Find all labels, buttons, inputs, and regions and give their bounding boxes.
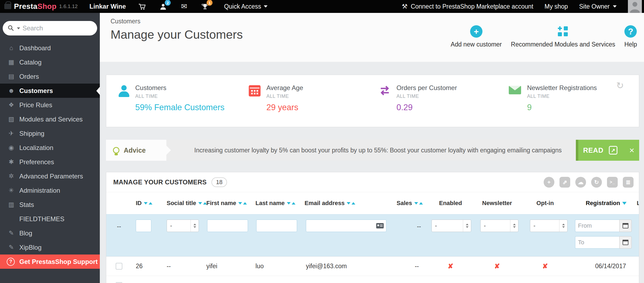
column-header-email[interactable]: Email address xyxy=(301,200,393,207)
brand-logo[interactable]: PrestaShop xyxy=(14,2,57,11)
marketplace-link[interactable]: ⚒Connect to PrestaShop Marketplace accou… xyxy=(402,3,533,10)
my-shop-link[interactable]: My shop xyxy=(544,3,568,10)
address-card-icon[interactable] xyxy=(376,223,384,228)
select-stepper-icon xyxy=(510,220,518,232)
brand-presta: Presta xyxy=(14,2,37,10)
add-customer-icon[interactable]: + xyxy=(544,177,554,188)
page-body: Customers ALL TIME 59% Female Customers … xyxy=(100,62,644,283)
column-header-optin: Opt-in xyxy=(521,200,570,207)
messages-icon[interactable]: ✉ xyxy=(180,2,189,11)
search-scope-caret-icon[interactable] xyxy=(17,27,20,29)
close-advice-icon[interactable]: × xyxy=(629,146,634,155)
last-name-filter-input[interactable] xyxy=(256,220,297,232)
avatar[interactable] xyxy=(628,0,642,13)
kpi-value: 29 years xyxy=(266,103,303,112)
column-header-id[interactable]: ID xyxy=(132,200,163,207)
sidebar-item-administration[interactable]: ✳Administration xyxy=(0,183,100,198)
main-content: Customers Manage your Customers + Add ne… xyxy=(100,13,644,283)
enabled-cross-icon[interactable]: ✘ xyxy=(427,262,474,270)
first-name-filter-input[interactable] xyxy=(207,220,248,232)
optin-filter-select[interactable]: - xyxy=(530,220,568,232)
table-row[interactable]: 26 -- yifei luo yifei@163.com -- ✘ ✘ ✘ 0… xyxy=(106,256,639,276)
column-header-last-name[interactable]: Last name xyxy=(251,200,301,207)
export-icon[interactable]: ⇗ xyxy=(559,177,570,188)
envelope-icon xyxy=(509,86,521,94)
sort-icon[interactable] xyxy=(622,202,627,205)
column-header-social-title[interactable]: Social title xyxy=(163,200,202,207)
read-button[interactable]: READ ↗ × xyxy=(576,140,639,161)
kpi-panel: Customers ALL TIME 59% Female Customers … xyxy=(106,75,639,127)
sidebar-item-price-rules[interactable]: ❖Price Rules xyxy=(0,98,100,112)
user-menu[interactable]: Site Owner xyxy=(579,3,617,10)
sidebar-item-blog[interactable]: ✎Blog xyxy=(0,226,100,240)
import-cloud-icon[interactable]: ☁ xyxy=(575,177,586,188)
filter-none: -- xyxy=(106,214,132,230)
table-header-row: ID Social title First name Last name Ema… xyxy=(106,192,639,214)
sidebar-item-shipping[interactable]: ✈Shipping xyxy=(0,126,100,141)
kpi-period: ALL TIME xyxy=(397,94,457,99)
column-header-registration[interactable]: Registration xyxy=(570,200,635,207)
topbar-right: ⚒Connect to PrestaShop Marketplace accou… xyxy=(402,0,644,13)
sidebar-item-support[interactable]: ?Get PrestasShop Support xyxy=(0,255,100,269)
sidebar-item-modules[interactable]: ▧Modules and Services xyxy=(0,112,100,126)
add-new-customer-button[interactable]: + Add new customer xyxy=(451,25,502,48)
column-header-sales[interactable]: Sales xyxy=(393,200,427,207)
search-input[interactable] xyxy=(23,24,92,32)
quick-access-menu[interactable]: Quick Access xyxy=(224,3,268,10)
advice-label: Advice xyxy=(124,146,146,154)
table-row[interactable] xyxy=(106,276,639,283)
social-title-filter-select[interactable]: - xyxy=(167,220,199,232)
sidebar-item-localization[interactable]: ◉Localization xyxy=(0,141,100,155)
optin-cross-icon[interactable]: ✘ xyxy=(521,262,570,270)
sort-icon[interactable] xyxy=(238,202,247,205)
calendar-picker-icon[interactable] xyxy=(619,220,632,232)
topbar-left: PrestaShop 1.6.1.12 Linkar Wine 2 ✉ 1 Qu… xyxy=(0,2,268,11)
id-filter-input[interactable] xyxy=(136,220,151,232)
sql-query-icon[interactable]: >_ xyxy=(607,177,618,188)
xipblog-icon: ✎ xyxy=(6,244,17,251)
column-header-enabled: Enabled xyxy=(427,200,474,207)
kpi-refresh-icon[interactable]: ↻ xyxy=(616,81,624,90)
sidebar-item-preferences[interactable]: ✱Preferences xyxy=(0,155,100,169)
newsletter-cross-icon[interactable]: ✘ xyxy=(474,262,521,270)
email-filter-input[interactable] xyxy=(306,220,386,232)
sidebar-item-orders[interactable]: ▤Orders xyxy=(0,69,100,84)
exchange-arrows-icon xyxy=(379,85,391,127)
sort-icon[interactable] xyxy=(287,202,295,205)
breadcrumb[interactable]: Customers xyxy=(111,13,140,25)
advice-banner: Advice Increasing customer loyalty by 5%… xyxy=(106,140,639,161)
recommended-modules-button[interactable]: Recommended Modules and Services xyxy=(511,25,615,48)
sidebar-item-catalog[interactable]: ▦Catalog xyxy=(0,55,100,69)
column-header-first-name[interactable]: First name xyxy=(202,200,251,207)
sidebar-item-advanced-parameters[interactable]: ✲Advanced Parameters xyxy=(0,169,100,183)
customers-notifications-icon[interactable]: 2 xyxy=(159,2,168,11)
sidebar-item-fieldthemes[interactable]: FIELDTHEMES xyxy=(0,212,100,226)
registration-from-input[interactable] xyxy=(575,220,619,232)
sort-icon[interactable] xyxy=(144,202,152,205)
refresh-list-icon[interactable]: ↻ xyxy=(591,177,602,188)
cart-icon[interactable] xyxy=(138,2,147,11)
sidebar-item-dashboard[interactable]: ⌂Dashboard xyxy=(0,41,100,55)
row-checkbox-cell xyxy=(106,263,132,270)
page-header: Customers Manage your Customers + Add ne… xyxy=(100,13,644,62)
sort-icon[interactable] xyxy=(347,202,355,205)
achievements-trophy-icon[interactable]: 1 xyxy=(200,2,210,11)
enabled-filter-select[interactable]: - xyxy=(431,220,471,232)
shop-name-link[interactable]: Linkar Wine xyxy=(89,3,126,10)
table-filter-row: -- - -- - - - xyxy=(106,214,639,256)
topbar-quick-icons: 2 ✉ 1 xyxy=(138,2,210,11)
help-button[interactable]: ? Help xyxy=(624,25,637,48)
newsletter-filter-select[interactable]: - xyxy=(480,220,518,232)
sort-icon[interactable] xyxy=(414,202,423,205)
sidebar-item-stats[interactable]: ▥Stats xyxy=(0,198,100,212)
sql-manager-icon[interactable]: ≣ xyxy=(623,177,634,188)
kpi-label: Newsletter Registrations xyxy=(527,84,597,92)
sidebar-item-xipblog[interactable]: ✎XipBlog xyxy=(0,240,100,255)
search-icon[interactable] xyxy=(8,25,14,32)
registration-to-input[interactable] xyxy=(575,236,619,249)
calendar-picker-icon[interactable] xyxy=(619,236,632,249)
advice-label-block: Advice xyxy=(106,140,166,161)
sidebar-item-customers[interactable]: ☻Customers xyxy=(0,84,100,98)
column-header-last-visit[interactable]: Last visit xyxy=(635,200,639,207)
row-checkbox[interactable] xyxy=(116,263,122,270)
